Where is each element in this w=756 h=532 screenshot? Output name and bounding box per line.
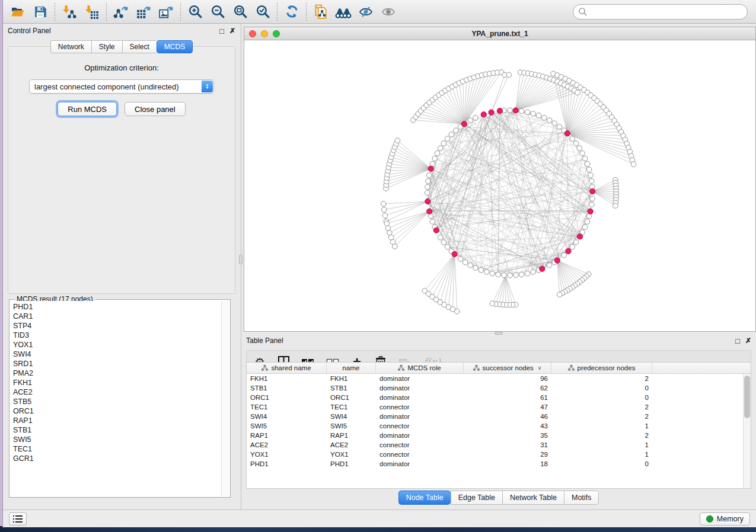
result-node-item[interactable]: TEC1 (13, 444, 221, 454)
close-table-panel-icon[interactable]: ✗ (745, 336, 751, 345)
export-network-button[interactable] (110, 2, 132, 22)
result-node-item[interactable]: ACE2 (13, 387, 221, 397)
table-row[interactable]: RAP1RAP1dominator352 (247, 431, 751, 440)
result-node-item[interactable]: GCR1 (13, 454, 221, 463)
network-window-titlebar[interactable]: YPA_prune.txt_1 (244, 27, 755, 40)
sort-chevron-icon: ∨ (538, 365, 542, 371)
table-row[interactable]: YOX1YOX1connector291 (247, 450, 751, 459)
import-table-button[interactable] (81, 2, 103, 22)
control-panel: Control Panel □ ✗ NetworkStyleSelectMCDS… (3, 24, 240, 509)
search-input[interactable] (573, 4, 748, 20)
tab-node-table[interactable]: Node Table (398, 491, 451, 505)
tab-motifs[interactable]: Motifs (564, 491, 599, 505)
vertical-splitter-grip[interactable] (239, 255, 243, 264)
result-node-item[interactable]: SWI5 (13, 435, 221, 444)
result-node-item[interactable]: STP4 (13, 321, 221, 331)
table-row[interactable]: SWI5SWI5connector431 (247, 421, 751, 431)
cell-shared-name: SWI5 (247, 422, 327, 430)
table-row[interactable]: TEC1TEC1connector472 (247, 402, 751, 412)
table-row[interactable]: STB1STB1dominator620 (247, 383, 751, 393)
tab-edge-table[interactable]: Edge Table (451, 491, 502, 505)
cell-shared-name: YOX1 (247, 451, 327, 458)
cell-name: SWI4 (327, 413, 376, 420)
run-mcds-button[interactable]: Run MCDS (58, 102, 117, 116)
result-node-item[interactable]: PHD1 (13, 302, 221, 312)
float-window-icon[interactable]: □ (219, 27, 224, 36)
export-image-button[interactable] (155, 2, 177, 22)
cell-successor-nodes: 35 (464, 432, 551, 439)
task-history-button[interactable] (9, 512, 27, 525)
result-node-item[interactable]: TID3 (13, 331, 221, 340)
table-row[interactable]: PHD1PHD1dominator180 (247, 459, 751, 469)
memory-status-icon (706, 515, 713, 523)
cell-name: SWI5 (327, 422, 376, 430)
zoom-fit-button[interactable] (229, 2, 251, 22)
cell-successor-nodes: 96 (464, 375, 551, 382)
table-row[interactable]: SWI4SWI4dominator462 (247, 412, 751, 421)
result-node-item[interactable]: STB5 (13, 397, 221, 406)
clone-network-button[interactable] (310, 2, 332, 22)
open-file-button[interactable] (7, 2, 29, 22)
result-node-item[interactable]: CAR1 (13, 312, 221, 321)
horizontal-splitter-grip[interactable] (495, 332, 503, 335)
float-table-panel-icon[interactable]: □ (735, 336, 740, 345)
table-scrollbar[interactable] (743, 374, 751, 488)
hide-graphics-button[interactable] (355, 2, 377, 22)
table-scrollbar-thumb[interactable] (744, 376, 750, 418)
tab-mcds[interactable]: MCDS (157, 40, 193, 53)
cell-predecessor-nodes: 0 (551, 460, 652, 467)
cell-predecessor-nodes: 1 (551, 451, 652, 458)
result-list-scrollbar[interactable] (221, 301, 229, 496)
save-session-button[interactable] (29, 2, 52, 22)
tab-style[interactable]: Style (91, 40, 122, 53)
mcds-result-list[interactable]: PHD1CAR1STP4TID3YOX1SWI4SRD1PMA2FKH1ACE2… (11, 301, 221, 496)
result-node-item[interactable]: PMA2 (13, 368, 221, 378)
refresh-icon (285, 4, 299, 19)
result-node-item[interactable]: STB1 (13, 425, 221, 435)
tab-select[interactable]: Select (122, 40, 157, 53)
cell-successor-nodes: 61 (464, 394, 551, 401)
table-row[interactable]: ORC1ORC1dominator610 (247, 393, 751, 402)
network-canvas[interactable] (244, 40, 755, 331)
memory-button[interactable]: Memory (700, 512, 750, 525)
column-header-successor-nodes[interactable]: successor nodes∨ (464, 363, 551, 373)
zoom-in-button[interactable] (184, 2, 206, 22)
column-header-shared-name[interactable]: shared name (247, 363, 327, 373)
tab-network-table[interactable]: Network Table (502, 491, 564, 505)
table-panel-title: Table Panel (246, 336, 283, 345)
zoom-selected-button[interactable] (251, 2, 274, 22)
column-header-filler (652, 363, 751, 373)
refresh-button[interactable] (280, 2, 303, 22)
column-header-predecessor-nodes[interactable]: predecessor nodes (551, 363, 652, 373)
cell-successor-nodes: 29 (464, 451, 551, 458)
table-header-row: shared namenameMCDS rolesuccessor nodes∨… (247, 363, 751, 374)
import-network-icon (62, 4, 77, 20)
show-graphics-button[interactable] (377, 2, 400, 22)
table-row[interactable]: ACE2ACE2connector311 (247, 440, 751, 450)
toolbar-separator (106, 3, 107, 21)
table-row[interactable]: FKH1FKH1dominator962 (247, 374, 751, 383)
result-node-item[interactable]: RAP1 (13, 416, 221, 425)
export-table-button[interactable] (132, 2, 155, 22)
zoom-fit-icon (233, 4, 248, 19)
cell-MCDS-role: connector (376, 403, 464, 411)
select-stepper-icon: ▲▼ (202, 81, 213, 92)
close-panel-button[interactable]: Close panel (125, 102, 186, 116)
result-node-item[interactable]: SRD1 (13, 359, 221, 368)
status-bar: Memory (3, 509, 756, 527)
cell-name: TEC1 (327, 403, 376, 411)
import-network-button[interactable] (58, 2, 81, 22)
column-header-MCDS-role[interactable]: MCDS role (376, 363, 464, 373)
result-node-item[interactable]: ORC1 (13, 406, 221, 416)
zoom-out-button[interactable] (206, 2, 229, 22)
first-neighbors-button[interactable] (332, 2, 355, 22)
table-panel-tabs: Node TableEdge TableNetwork TableMotifs (241, 491, 756, 505)
result-node-item[interactable]: YOX1 (13, 340, 221, 350)
criterion-select[interactable]: largest connected component (undirected)… (29, 79, 214, 94)
result-node-item[interactable]: FKH1 (13, 378, 221, 387)
export-image-icon (158, 4, 174, 20)
close-panel-icon[interactable]: ✗ (229, 27, 235, 35)
tab-network[interactable]: Network (50, 40, 91, 53)
result-node-item[interactable]: SWI4 (13, 350, 221, 359)
column-header-name[interactable]: name (327, 363, 376, 373)
